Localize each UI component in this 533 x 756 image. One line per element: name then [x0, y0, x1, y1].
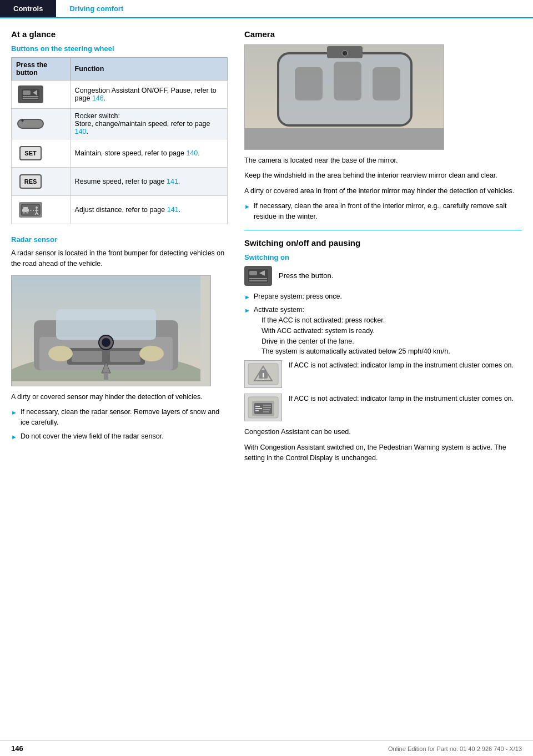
set-icon: SET — [19, 146, 42, 160]
link-page-141a[interactable]: 141 — [167, 178, 178, 185]
svg-point-8 — [23, 211, 25, 214]
svg-point-43 — [342, 51, 348, 56]
activate-line-3: The system is automatically activated be… — [254, 347, 450, 355]
icon-cell-res: RES — [12, 168, 71, 196]
bullet-arrow-icon: ► — [244, 202, 250, 211]
camera-bullet-list: ► If necessary, clean the area in front … — [244, 201, 522, 222]
svg-rect-37 — [373, 67, 400, 100]
svg-rect-35 — [295, 67, 323, 100]
activate-line-0: If the ACC is not activated: press rocke… — [254, 316, 385, 324]
at-a-glance-title: At a glance — [11, 29, 228, 39]
link-page-146[interactable]: 146 — [92, 94, 104, 102]
steering-table: Press the button Function — [11, 57, 228, 224]
res-icon-wrapper: RES — [16, 171, 45, 192]
indicator-row-1: If ACC is not activated: indicator lamp … — [244, 360, 522, 388]
svg-point-54 — [263, 379, 264, 380]
icon-cell-rocker: + — [12, 109, 71, 139]
page-footer: 146 Online Edition for Part no. 01 40 2 … — [0, 740, 533, 756]
page-number: 146 — [11, 744, 23, 753]
tab-driving-comfort[interactable]: Driving comfort — [56, 0, 137, 17]
function-cell-distance: Adjust distance, refer to page 141. — [70, 196, 227, 224]
steering-section-title: Buttons on the steering wheel — [11, 44, 228, 53]
bullet-text: If necessary, clean the radar sensor. Re… — [21, 407, 228, 428]
divider — [244, 230, 522, 230]
activate-line-2: Drive in the center of the lane. — [254, 337, 354, 345]
footer-info: Online Edition for Part no. 01 40 2 926 … — [388, 745, 522, 752]
congestion-icon-wrapper — [16, 84, 45, 105]
right-column: Camera — [244, 29, 522, 468]
indicator-icon-1 — [244, 360, 282, 388]
svg-rect-7 — [23, 207, 28, 209]
switch-on-row: Press the button. — [244, 266, 522, 286]
activate-line-1: With ACC activated: system is ready. — [254, 327, 375, 335]
indicator-icon-2 — [244, 394, 282, 421]
indicator-text-1: If ACC is not activated: indicator lamp … — [289, 360, 514, 371]
camera-body2: Keep the windshield in the area behind t… — [244, 170, 522, 181]
bullet-arrow-icon: ► — [11, 432, 17, 442]
camera-interior-image — [244, 44, 444, 150]
congestion-icon — [18, 85, 43, 103]
camera-title: Camera — [244, 29, 522, 39]
list-item: ► Activate system: If the ACC is not act… — [244, 305, 522, 357]
link-page-140b[interactable]: 140 — [186, 149, 198, 157]
bullet-arrow-icon: ► — [244, 306, 250, 315]
bullet-text: Prepare system: press once. — [254, 291, 342, 302]
function-cell-set: Maintain, store speed, refer to page 140… — [70, 139, 227, 168]
radar-bullet-list: ► If necessary, clean the radar sensor. … — [11, 407, 228, 441]
radar-section-title: Radar sensor — [11, 235, 228, 244]
svg-rect-36 — [334, 62, 361, 100]
indicator-text-2: If ACC is not activated: indicator lamp … — [289, 394, 514, 404]
camera-body1: The camera is located near the base of t… — [244, 155, 522, 166]
svg-point-9 — [26, 211, 28, 214]
press-button-text: Press the button. — [279, 271, 333, 280]
indicator-row-2: If ACC is not activated: indicator lamp … — [244, 394, 522, 421]
table-row: Congestion Assistant ON/OFF, Pause, refe… — [12, 80, 228, 109]
distance-icon-wrapper — [16, 199, 45, 220]
svg-rect-24 — [72, 351, 102, 362]
switching-on-subtitle: Switching on — [244, 253, 522, 261]
icon-cell-congestion — [12, 80, 71, 109]
link-page-141b[interactable]: 141 — [167, 206, 179, 214]
bullet-text: Do not cover the view field of the radar… — [21, 431, 164, 442]
svg-point-30 — [139, 346, 164, 361]
set-icon-wrapper: SET — [16, 143, 45, 164]
link-page-140a[interactable]: 140 — [75, 128, 87, 135]
function-cell-res: Resume speed, refer to page 141. — [70, 168, 227, 196]
main-content: At a glance Buttons on the steering whee… — [0, 18, 533, 490]
function-cell-congestion: Congestion Assistant ON/OFF, Pause, refe… — [70, 80, 227, 109]
tab-controls[interactable]: Controls — [0, 0, 56, 17]
svg-rect-25 — [110, 351, 140, 362]
svg-point-13 — [36, 206, 38, 209]
distance-icon — [19, 202, 42, 218]
switch-bullet-list: ► Prepare system: press once. ► Activate… — [244, 291, 522, 357]
col-press-button: Press the button — [12, 58, 71, 80]
svg-point-28 — [102, 338, 110, 347]
switching-title: Switching on/off and pausing — [244, 238, 522, 248]
page-header: Controls Driving comfort — [0, 0, 533, 18]
svg-rect-41 — [245, 128, 444, 150]
icon-cell-distance — [12, 196, 71, 224]
res-icon: RES — [19, 174, 42, 189]
camera-body3: A dirty or covered area in front of the … — [244, 186, 522, 196]
bullet-arrow-icon: ► — [11, 408, 17, 417]
congestion-can-be-used: Congestion Assistant can be used. — [244, 427, 522, 437]
svg-point-29 — [48, 346, 73, 361]
table-row: RES Resume speed, refer to page 141. — [12, 168, 228, 196]
congestion-body-end: With Congestion Assistant switched on, t… — [244, 442, 522, 464]
bullet-arrow-icon: ► — [244, 293, 250, 302]
table-row: + Rocker switch:Store, change/maintain s… — [12, 109, 228, 139]
table-row: SET Maintain, store speed, refer to page… — [12, 139, 228, 168]
svg-rect-1 — [23, 90, 31, 95]
function-cell-rocker: Rocker switch:Store, change/maintain spe… — [70, 109, 227, 139]
svg-rect-45 — [249, 271, 257, 275]
svg-rect-32 — [104, 373, 108, 380]
icon-cell-set: SET — [12, 139, 71, 168]
radar-section: Radar sensor A radar sensor is located i… — [11, 235, 228, 441]
col-function: Function — [70, 58, 227, 80]
radar-body1: A radar sensor is located in the front b… — [11, 248, 228, 270]
car-front-image — [11, 275, 211, 386]
bullet-text: Activate system: If the ACC is not activ… — [254, 305, 450, 357]
table-row: Adjust distance, refer to page 141. — [12, 196, 228, 224]
list-item: ► If necessary, clean the area in front … — [244, 201, 522, 222]
radar-body2: A dirty or covered sensor may hinder the… — [11, 392, 228, 402]
